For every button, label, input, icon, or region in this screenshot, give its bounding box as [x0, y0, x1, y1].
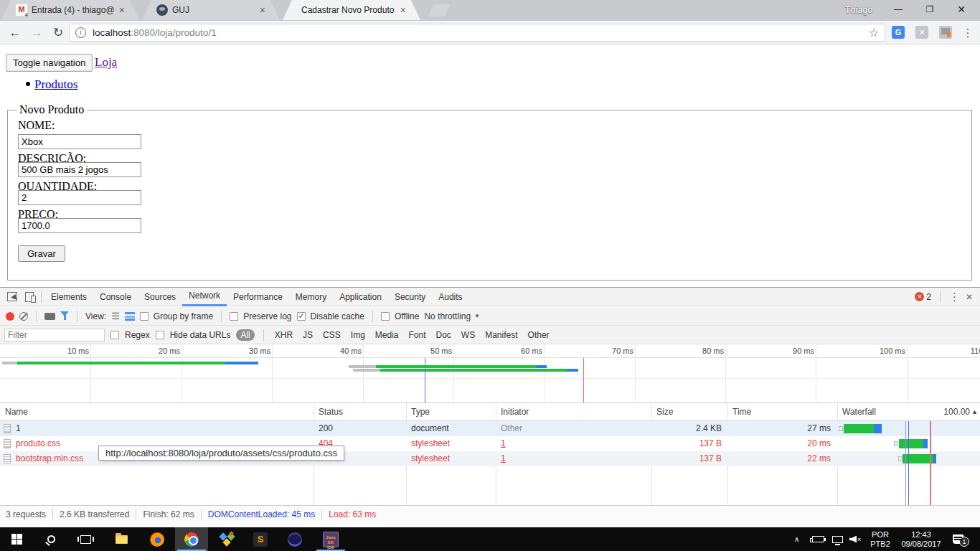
volume-status[interactable]: × [849, 527, 861, 551]
column-header-type[interactable]: Type [406, 403, 430, 421]
sort-ascending-icon[interactable]: ▲ [971, 403, 978, 421]
extension-icon[interactable]: ✕ [915, 26, 928, 39]
type-filter-ws[interactable]: WS [459, 330, 477, 340]
disable-cache-checkbox[interactable] [297, 312, 306, 321]
throttling-dropdown[interactable]: No throttling ▼ [424, 311, 480, 321]
preserve-log-checkbox[interactable] [230, 312, 238, 321]
translate-extension-icon[interactable]: G [892, 26, 905, 39]
network-overview-timeline[interactable]: 10 ms 20 ms 30 ms 40 ms 50 ms 60 ms 70 m… [0, 344, 980, 403]
offline-checkbox[interactable] [381, 312, 390, 321]
devtools-tab-memory[interactable]: Memory [289, 288, 333, 306]
forward-icon[interactable]: → [27, 24, 46, 42]
descricao-field[interactable] [18, 162, 141, 177]
page-info-icon[interactable]: i [75, 27, 86, 38]
type-filter-img[interactable]: Img [349, 330, 367, 340]
filter-funnel-icon[interactable] [60, 311, 69, 321]
tab-close-icon[interactable]: × [119, 5, 125, 15]
preserve-log-label[interactable]: Preserve log [243, 311, 291, 321]
tab-close-icon[interactable]: × [400, 5, 406, 15]
type-filter-css[interactable]: CSS [321, 330, 343, 340]
new-tab-button[interactable] [428, 4, 450, 17]
type-filter-xhr[interactable]: XHR [273, 330, 295, 340]
device-toolbar-icon[interactable] [25, 292, 34, 302]
devtools-tab-application[interactable]: Application [333, 288, 388, 306]
action-center-button[interactable]: 1 [953, 527, 963, 551]
back-icon[interactable]: ← [6, 24, 24, 42]
devtools-tab-console[interactable]: Console [93, 288, 138, 306]
filter-input[interactable] [4, 329, 105, 342]
type-filter-other[interactable]: Other [526, 330, 552, 340]
eclipse-button[interactable] [278, 527, 311, 551]
console-error-badge[interactable]: ✕ 2 [915, 292, 931, 302]
column-header-size[interactable]: Size [651, 403, 673, 421]
column-header-status[interactable]: Status [314, 403, 343, 421]
devtools-menu-kebab-icon[interactable]: ⋮ [949, 291, 960, 303]
devtools-tab-audits[interactable]: Audits [432, 288, 468, 306]
quantidade-field[interactable] [18, 190, 141, 205]
devtools-tab-sources[interactable]: Sources [138, 288, 182, 306]
type-filter-manifest[interactable]: Manifest [483, 330, 519, 340]
regex-checkbox[interactable] [110, 331, 119, 339]
toggle-navigation-button[interactable]: Toggle navigation [6, 54, 93, 72]
window-close-button[interactable]: ✕ [946, 0, 977, 19]
disable-cache-label[interactable]: Disable cache [311, 311, 364, 321]
tab-close-icon[interactable]: × [260, 5, 265, 15]
group-by-frame-label[interactable]: Group by frame [154, 311, 213, 321]
clock[interactable]: 12:43 09/08/2017 [897, 527, 946, 551]
bookmark-star-icon[interactable]: ☆ [869, 26, 879, 39]
chrome-button[interactable] [175, 527, 208, 551]
browser-menu-kebab-icon[interactable]: ⋮ [958, 24, 977, 42]
preco-field[interactable] [18, 218, 141, 233]
devtools-tab-performance[interactable]: Performance [227, 288, 289, 306]
column-header-waterfall[interactable]: Waterfall [837, 403, 876, 421]
loja-brand-link[interactable]: Loja [95, 55, 117, 70]
sublime-button[interactable]: S [244, 527, 277, 551]
javaee-ide-button[interactable]: Java EE IDE [314, 527, 347, 551]
tab-gmail[interactable]: M4 Entrada (4) - thiago@mu × [1, 0, 139, 20]
address-bar[interactable]: i localhost:8080/loja/produto/1 ☆ [69, 24, 885, 42]
overview-view-icon[interactable] [125, 312, 135, 321]
column-header-initiator[interactable]: Initiator [496, 403, 529, 421]
task-view-button[interactable] [69, 527, 102, 551]
hide-data-urls-label[interactable]: Hide data URLs [170, 330, 231, 340]
window-restore-button[interactable]: ❐ [914, 0, 946, 19]
window-minimize-button[interactable]: — [882, 0, 914, 19]
devtools-tab-security[interactable]: Security [388, 288, 432, 306]
group-by-frame-checkbox[interactable] [140, 312, 149, 321]
app-button-diamonds[interactable] [211, 527, 244, 551]
extension-icon[interactable] [939, 26, 952, 39]
file-explorer-button[interactable] [105, 527, 138, 551]
clear-network-log-icon[interactable] [19, 312, 28, 321]
request-initiator-link[interactable]: 1 [501, 451, 506, 466]
column-header-name[interactable]: Name [0, 403, 28, 421]
battery-status[interactable] [812, 527, 824, 551]
gravar-button[interactable]: Gravar [18, 245, 65, 262]
list-view-icon[interactable]: ☰ [111, 311, 120, 321]
record-network-log-icon[interactable] [6, 312, 14, 321]
inspect-element-icon[interactable] [7, 292, 17, 301]
type-filter-all[interactable]: All [236, 329, 254, 341]
devtools-tab-elements[interactable]: Elements [44, 288, 93, 306]
offline-label[interactable]: Offline [395, 311, 419, 321]
hide-data-urls-checkbox[interactable] [156, 331, 164, 339]
devtools-tab-network[interactable]: Network [182, 288, 227, 306]
start-button[interactable] [0, 527, 33, 551]
column-header-time[interactable]: Time [727, 403, 751, 421]
type-filter-doc[interactable]: Doc [434, 330, 453, 340]
nome-field[interactable] [18, 134, 141, 149]
produtos-nav-link[interactable]: Produtos [34, 77, 77, 92]
regex-label[interactable]: Regex [125, 330, 150, 340]
devtools-close-icon[interactable]: ✕ [966, 292, 973, 302]
search-button[interactable] [34, 527, 67, 551]
request-row-1[interactable]: 1 200 document Other 2.4 KB 27 ms [0, 421, 980, 436]
tab-guj[interactable]: GUJ × [142, 0, 280, 20]
type-filter-media[interactable]: Media [373, 330, 401, 340]
reload-icon[interactable]: ↻ [49, 24, 67, 42]
type-filter-font[interactable]: Font [407, 330, 428, 340]
tab-cadastrar-novo-produto[interactable]: Cadastrar Novo Produto × [283, 0, 420, 20]
capture-screenshots-icon[interactable] [44, 313, 55, 320]
type-filter-js[interactable]: JS [301, 330, 315, 340]
profile-name[interactable]: Thiago [845, 5, 873, 15]
language-indicator[interactable]: POR PTB2 [865, 527, 895, 551]
firefox-button[interactable] [141, 527, 174, 551]
